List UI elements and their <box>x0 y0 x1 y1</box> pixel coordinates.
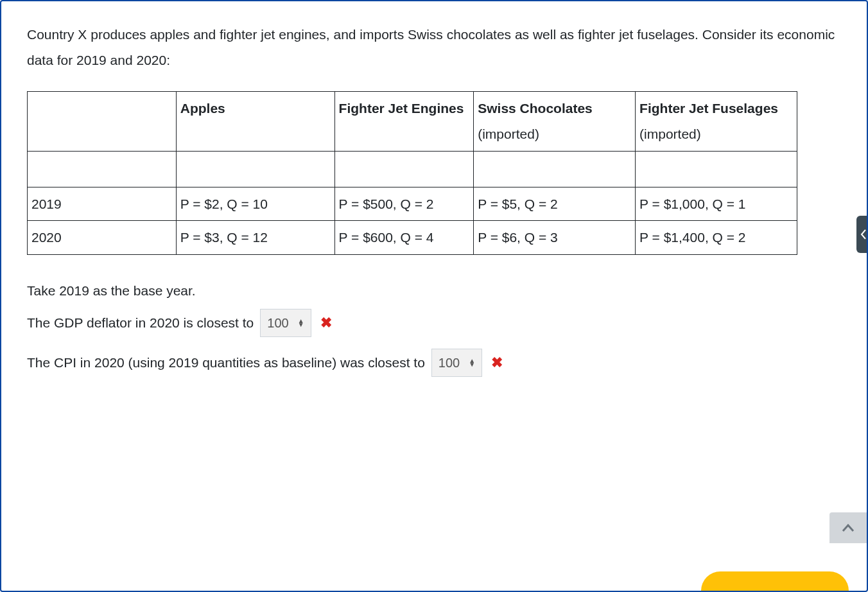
table-spacer-row <box>28 151 797 187</box>
table-row: 2019 P = $2, Q = 10 P = $500, Q = 2 P = … <box>28 187 797 221</box>
table-row: 2020 P = $3, Q = 12 P = $600, Q = 4 P = … <box>28 221 797 255</box>
col-header-year <box>28 91 177 151</box>
incorrect-icon: ✖ <box>320 309 332 336</box>
updown-icon: ▲▼ <box>469 359 475 367</box>
incorrect-icon: ✖ <box>491 349 503 376</box>
cell-chocolates: P = $6, Q = 3 <box>474 221 636 255</box>
cell-chocolates: P = $5, Q = 2 <box>474 187 636 221</box>
cell-year: 2019 <box>28 187 177 221</box>
question-container: Country X produces apples and fighter je… <box>0 0 868 592</box>
side-drawer-toggle[interactable] <box>856 216 868 253</box>
question-1-line: The GDP deflator in 2020 is closest to 1… <box>27 309 841 337</box>
col-header-engines: Fighter Jet Engines <box>334 91 474 151</box>
table-header-row: Apples Fighter Jet Engines Swiss Chocola… <box>28 91 797 151</box>
economic-data-table: Apples Fighter Jet Engines Swiss Chocola… <box>27 91 797 256</box>
chevron-left-icon <box>860 229 867 239</box>
scroll-to-top-button[interactable] <box>829 512 867 543</box>
cell-year: 2020 <box>28 221 177 255</box>
base-year-note: Take 2019 as the base year. <box>27 278 841 304</box>
chevron-up-icon <box>842 523 855 532</box>
q2-select[interactable]: 100 ▲▼ <box>431 349 482 377</box>
chat-widget[interactable] <box>701 571 849 592</box>
question-intro: Country X produces apples and fighter je… <box>27 22 841 73</box>
question-2-line: The CPI in 2020 (using 2019 quantities a… <box>27 349 841 377</box>
q1-selected-value: 100 <box>267 311 288 335</box>
q2-text: The CPI in 2020 (using 2019 quantities a… <box>27 350 425 376</box>
q1-text: The GDP deflator in 2020 is closest to <box>27 310 254 336</box>
col-header-chocolates: Swiss Chocolates (imported) <box>474 91 636 151</box>
q2-selected-value: 100 <box>438 351 460 375</box>
q1-select[interactable]: 100 ▲▼ <box>260 309 311 337</box>
cell-engines: P = $600, Q = 4 <box>334 221 474 255</box>
cell-fuselages: P = $1,000, Q = 1 <box>636 187 797 221</box>
col-header-fuselages: Fighter Jet Fuselages (imported) <box>636 91 797 151</box>
cell-apples: P = $3, Q = 12 <box>176 221 334 255</box>
cell-engines: P = $500, Q = 2 <box>334 187 474 221</box>
updown-icon: ▲▼ <box>298 319 304 327</box>
cell-fuselages: P = $1,400, Q = 2 <box>636 221 797 255</box>
col-header-apples: Apples <box>176 91 334 151</box>
cell-apples: P = $2, Q = 10 <box>176 187 334 221</box>
